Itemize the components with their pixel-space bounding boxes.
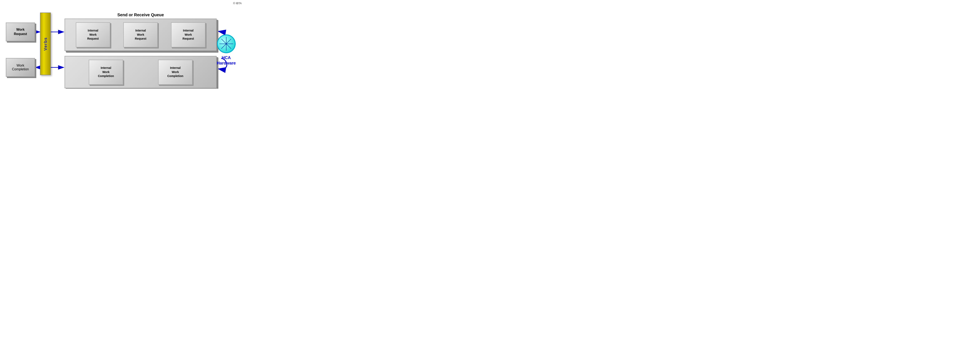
hca-hardware-container: HCAHardware bbox=[212, 29, 241, 71]
send-receive-queue-outer: InternalWorkRequest InternalWorkRequest … bbox=[65, 19, 217, 51]
internal-work-completion-card-2: InternalWorkCompletion bbox=[158, 60, 192, 85]
send-receive-queue: Send or Receive Queue InternalWorkReques… bbox=[65, 13, 217, 52]
internal-work-request-card-3: InternalWorkRequest bbox=[171, 22, 205, 47]
hca-cross-vertical bbox=[226, 37, 226, 51]
verbs-label: Verbs bbox=[43, 37, 48, 51]
copyright-text: © IBTA bbox=[233, 2, 242, 5]
verbs-bar: Verbs bbox=[40, 13, 51, 75]
send-receive-queue-title: Send or Receive Queue bbox=[65, 13, 217, 17]
internal-work-completion-label-2: InternalWorkCompletion bbox=[167, 66, 183, 78]
hca-cross-horizontal bbox=[220, 44, 233, 44]
hca-label: HCAHardware bbox=[217, 55, 235, 66]
internal-work-completion-card-1: InternalWorkCompletion bbox=[89, 60, 123, 85]
internal-work-request-label-3: InternalWorkRequest bbox=[183, 29, 194, 41]
work-request-label: WorkRequest bbox=[14, 27, 27, 36]
work-completion-label: WorkCompletion bbox=[12, 64, 29, 71]
work-completion-box: WorkCompletion bbox=[6, 58, 35, 77]
completion-queue-outer: InternalWorkCompletion InternalWorkCompl… bbox=[65, 56, 217, 88]
internal-work-request-label-2: InternalWorkRequest bbox=[135, 29, 146, 41]
work-request-box: WorkRequest bbox=[6, 22, 35, 41]
internal-work-request-card-2: InternalWorkRequest bbox=[123, 22, 158, 47]
internal-work-request-card-1: InternalWorkRequest bbox=[76, 22, 110, 47]
internal-work-completion-label-1: InternalWorkCompletion bbox=[98, 66, 114, 78]
internal-work-request-label-1: InternalWorkRequest bbox=[87, 29, 99, 41]
hca-circle bbox=[217, 34, 235, 53]
completion-queue: InternalWorkCompletion InternalWorkCompl… bbox=[65, 56, 217, 89]
